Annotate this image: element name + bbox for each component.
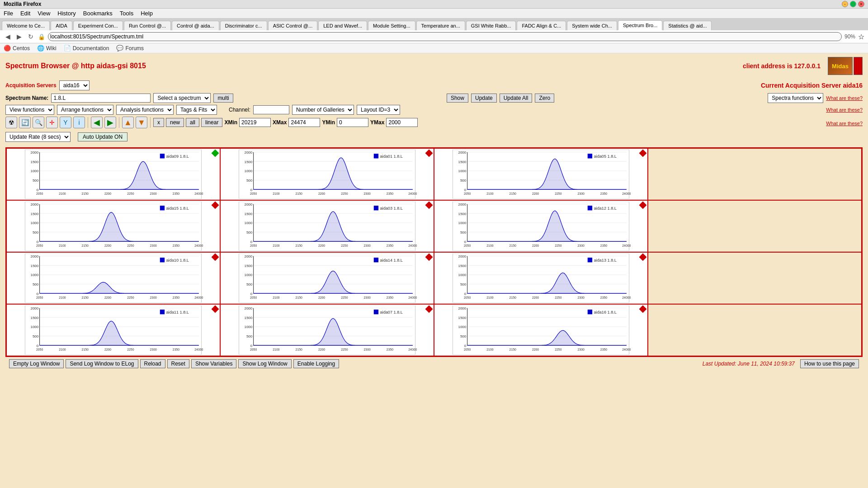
star-icon[interactable]: ☆ xyxy=(858,33,864,41)
xmin-input[interactable] xyxy=(239,118,271,127)
auto-update-btn[interactable]: Auto Update ON xyxy=(78,132,127,141)
reload-btn[interactable]: Reload xyxy=(140,359,165,368)
tab-11[interactable]: FADC Align & C... xyxy=(517,21,566,30)
bookmark-centos[interactable]: 🔴 Centos xyxy=(4,45,30,52)
gallery-cell-16[interactable] xyxy=(648,304,862,356)
tab-8[interactable]: Module Setting... xyxy=(368,21,415,30)
svg-text:2350: 2350 xyxy=(173,348,179,351)
update-btn[interactable]: Update xyxy=(471,94,497,103)
x-btn[interactable]: x xyxy=(153,118,164,127)
show-log-window-btn[interactable]: Show Log Window xyxy=(238,359,291,368)
tab-12[interactable]: System wide Ch... xyxy=(567,21,617,30)
channel-input[interactable] xyxy=(253,105,289,114)
send-log-elog-btn[interactable]: Send Log Window to ELog xyxy=(66,359,138,368)
menu-file[interactable]: File xyxy=(4,10,13,17)
zero-btn[interactable]: Zero xyxy=(535,94,554,103)
arrow-right-icon[interactable]: ▶ xyxy=(104,117,116,128)
number-of-galleries-select[interactable]: Number of Galleries xyxy=(292,105,354,115)
tab-9[interactable]: Temperature an... xyxy=(416,21,465,30)
reload-nav-btn[interactable]: ↻ xyxy=(26,32,35,41)
gallery-cell-2[interactable]: 0500100015002000205021002150220022502300… xyxy=(220,148,434,200)
what-are-these-3[interactable]: What are these? xyxy=(826,121,863,126)
gallery-cell-1[interactable]: 0500100015002000205021002150220022502300… xyxy=(6,148,220,200)
menu-view[interactable]: View xyxy=(38,10,50,17)
arrow-left-icon[interactable]: ◀ xyxy=(91,117,103,128)
ymax-input[interactable] xyxy=(386,118,418,127)
bookmark-wiki[interactable]: 🌐 Wiki xyxy=(37,45,57,52)
gallery-cell-4[interactable] xyxy=(648,148,862,200)
gallery-cell-6[interactable]: 0500100015002000205021002150220022502300… xyxy=(220,200,434,252)
how-to-use-btn[interactable]: How to use this page xyxy=(800,359,859,368)
acq-server-select[interactable]: aida16 xyxy=(59,80,90,90)
empty-log-btn[interactable]: Empty Log Window xyxy=(9,359,64,368)
gallery-cell-8[interactable] xyxy=(648,200,862,252)
gallery-cell-13[interactable]: 0500100015002000205021002150220022502300… xyxy=(6,304,220,356)
what-are-these-2[interactable]: What are these? xyxy=(826,107,863,113)
close-btn[interactable]: × xyxy=(858,1,864,7)
linear-btn[interactable]: linear xyxy=(201,118,222,127)
crosshair-icon[interactable]: ✛ xyxy=(46,117,58,128)
svg-text:500: 500 xyxy=(460,334,467,338)
bookmark-forums[interactable]: 💬 Forums xyxy=(116,45,144,52)
menu-help[interactable]: Help xyxy=(141,10,153,17)
select-spectrum[interactable]: Select a spectrum xyxy=(153,93,211,103)
show-btn[interactable]: Show xyxy=(447,94,468,103)
tab-0[interactable]: Welcome to Ce... xyxy=(2,21,50,30)
analysis-functions-select[interactable]: Analysis functions xyxy=(116,105,174,115)
tab-10[interactable]: GSI White Rabb... xyxy=(466,21,516,30)
layout-id-select[interactable]: Layout ID=3 xyxy=(357,105,400,115)
search-icon[interactable]: 🔍 xyxy=(33,117,44,128)
arrange-functions-select[interactable]: Arrange functions xyxy=(57,105,113,115)
gallery-cell-3[interactable]: 0500100015002000205021002150220022502300… xyxy=(434,148,648,200)
show-variables-btn[interactable]: Show Variables xyxy=(191,359,237,368)
gallery-cell-5[interactable]: 0500100015002000205021002150220022502300… xyxy=(6,200,220,252)
multi-btn[interactable]: multi xyxy=(213,94,233,103)
ymin-input[interactable] xyxy=(337,118,368,127)
forward-btn[interactable]: ▶ xyxy=(15,32,24,41)
tab-5[interactable]: Discriminator c... xyxy=(220,21,267,30)
tab-6[interactable]: ASIC Control @... xyxy=(268,21,318,30)
tab-4[interactable]: Control @ aida... xyxy=(172,21,219,30)
new-btn[interactable]: new xyxy=(166,118,184,127)
gallery-cell-12[interactable] xyxy=(648,252,862,304)
view-functions-select[interactable]: View functions xyxy=(5,105,54,115)
menu-tools[interactable]: Tools xyxy=(120,10,133,17)
all-btn[interactable]: all xyxy=(186,118,199,127)
what-are-these-1[interactable]: What are these? xyxy=(826,95,863,101)
gallery-cell-11[interactable]: 0500100015002000205021002150220022502300… xyxy=(434,252,648,304)
menu-edit[interactable]: Edit xyxy=(20,10,30,17)
menu-history[interactable]: History xyxy=(57,10,75,17)
xmax-input[interactable] xyxy=(288,118,320,127)
circle-y-icon[interactable]: Y xyxy=(60,117,71,128)
enable-logging-btn[interactable]: Enable Logging xyxy=(293,359,339,368)
arrow-down-icon[interactable]: ▼ xyxy=(136,117,147,128)
refresh-icon[interactable]: 🔄 xyxy=(19,117,31,128)
menu-bookmarks[interactable]: Bookmarks xyxy=(83,10,113,17)
update-rate-select[interactable]: Update Rate (8 secs) xyxy=(5,132,71,142)
gallery-cell-9[interactable]: 0500100015002000205021002150220022502300… xyxy=(6,252,220,304)
maximize-btn[interactable]: □ xyxy=(850,1,856,7)
svg-text:2100: 2100 xyxy=(59,296,66,299)
reset-btn[interactable]: Reset xyxy=(167,359,189,368)
tab-7[interactable]: LED and Wavef... xyxy=(318,21,367,30)
spectrum-name-input[interactable] xyxy=(51,94,151,103)
tab-3[interactable]: Run Control @... xyxy=(124,21,171,30)
address-bar[interactable] xyxy=(48,32,842,41)
tab-14[interactable]: Statistics @ aid... xyxy=(663,21,712,30)
tab-2[interactable]: Experiment Con... xyxy=(73,21,123,30)
tags-fits-select[interactable]: Tags & Fits xyxy=(176,105,217,115)
gallery-cell-15[interactable]: 0500100015002000205021002150220022502300… xyxy=(434,304,648,356)
minimize-btn[interactable]: - xyxy=(842,1,848,7)
tab-13[interactable]: Spectrum Bro... xyxy=(618,20,662,30)
gallery-cell-7[interactable]: 0500100015002000205021002150220022502300… xyxy=(434,200,648,252)
tab-1[interactable]: AIDA xyxy=(51,21,72,30)
radiation-icon[interactable]: ☢ xyxy=(5,117,17,128)
bookmark-docs[interactable]: 📄 Documentation xyxy=(64,45,109,52)
spectra-functions-select[interactable]: Spectra functions xyxy=(768,93,823,103)
back-btn[interactable]: ◀ xyxy=(4,32,12,41)
gallery-cell-10[interactable]: 0500100015002000205021002150220022502300… xyxy=(220,252,434,304)
arrow-up-icon[interactable]: ▲ xyxy=(122,117,134,128)
gallery-cell-14[interactable]: 0500100015002000205021002150220022502300… xyxy=(220,304,434,356)
info-icon[interactable]: i xyxy=(73,117,85,128)
update-all-btn[interactable]: Update All xyxy=(500,94,533,103)
